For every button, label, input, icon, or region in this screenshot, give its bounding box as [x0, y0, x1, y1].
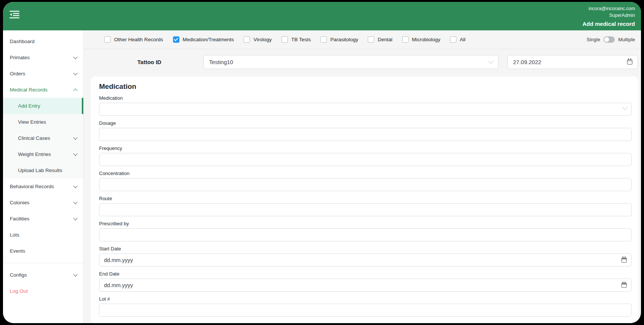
record-type-filter-bar: Other Health Records Medication/Treatmen…: [84, 30, 641, 49]
section-title: Medication: [99, 82, 632, 91]
sidebar-item-log-out[interactable]: Log Out: [3, 283, 83, 299]
sidebar-item-label: Log Out: [10, 288, 28, 294]
sidebar-item-primates[interactable]: Primates: [3, 49, 83, 66]
field-label: Prescribed by: [99, 221, 632, 226]
checkbox-icon: [104, 36, 111, 43]
checkbox-microbiology[interactable]: Microbiology: [402, 36, 441, 43]
medication-input[interactable]: [99, 103, 632, 116]
sidebar-item-facilities[interactable]: Facilities: [3, 211, 83, 227]
single-multiple-switch[interactable]: [603, 36, 615, 43]
sidebar-item-label: Clinical Cases: [18, 135, 50, 141]
field-label: Dosage: [99, 120, 632, 126]
app-window: incora@incorainc.com SuperAdmin Add medi…: [3, 2, 641, 323]
checkbox-label: All: [460, 37, 465, 42]
end-date-input[interactable]: [99, 279, 632, 292]
top-header: incora@incorainc.com SuperAdmin Add medi…: [3, 2, 641, 30]
route-input[interactable]: [99, 203, 632, 216]
checkbox-medication-treatments[interactable]: Medication/Treatments: [173, 36, 234, 43]
chevron-down-icon: [73, 216, 77, 220]
checkbox-label: TB Tests: [291, 37, 311, 42]
checkbox-label: Microbiology: [412, 37, 441, 42]
prescribed-by-input[interactable]: [99, 228, 632, 241]
form-field-prescribed-by: Prescribed by: [99, 221, 632, 241]
chevron-up-icon: [73, 88, 77, 93]
header-user-block: incora@incorainc.com SuperAdmin Add medi…: [582, 2, 641, 28]
toggle-left-label: Single: [587, 37, 600, 42]
chevron-down-icon: [73, 135, 77, 139]
chevron-down-icon: [73, 200, 77, 204]
page-title: Add medical record: [582, 19, 635, 28]
tattoo-id-label: Tattoo ID: [104, 59, 194, 65]
field-label: Frequency: [99, 145, 632, 151]
checkbox-virology[interactable]: Virology: [244, 36, 272, 43]
sidebar-item-weight-entries[interactable]: Weight Entries: [3, 146, 83, 162]
sidebar-item-label: Behavioral Records: [10, 184, 54, 189]
sidebar-item-lots[interactable]: Lots: [3, 227, 83, 243]
checkbox-tb-tests[interactable]: TB Tests: [281, 36, 311, 43]
field-label: End Date: [99, 271, 632, 277]
frequency-input[interactable]: [99, 153, 632, 166]
form-field-medication: Medication: [99, 95, 632, 116]
toggle-right-label: Multiple: [618, 37, 635, 42]
field-label: Route: [99, 196, 632, 201]
sidebar-item-label: Events: [10, 248, 25, 254]
record-type-checkbox-list: Other Health Records Medication/Treatmen…: [104, 36, 465, 43]
sidebar-item-add-entry[interactable]: Add Entry: [3, 98, 83, 114]
sidebar-item-medical-records[interactable]: Medical Records: [3, 82, 83, 98]
concentration-input[interactable]: [99, 178, 632, 191]
switch-knob: [604, 37, 609, 42]
sidebar-item-label: Dashboard: [10, 39, 35, 44]
sidebar-item-label: Upload Lab Results: [18, 168, 62, 173]
form-field-start-date: Start Date: [99, 246, 632, 267]
checkbox-label: Parasitology: [330, 37, 358, 42]
sidebar-item-behavioral-records[interactable]: Behavioral Records: [3, 178, 83, 195]
checkbox-icon: [173, 36, 179, 43]
checkbox-parasitology[interactable]: Parasitology: [320, 36, 358, 43]
field-label: Lot #: [99, 296, 632, 302]
lot-input[interactable]: [99, 304, 632, 317]
form-field-lot: Lot #: [99, 296, 632, 317]
checkbox-label: Virology: [253, 37, 272, 42]
user-email: incora@incorainc.com: [582, 5, 635, 12]
main-content: Other Health Records Medication/Treatmen…: [84, 30, 641, 323]
sidebar-item-events[interactable]: Events: [3, 243, 83, 259]
start-date-input[interactable]: [99, 253, 632, 267]
checkbox-dental[interactable]: Dental: [368, 36, 392, 43]
sidebar-item-label: Lots: [10, 232, 20, 238]
field-label: Medication: [99, 95, 632, 101]
dosage-input[interactable]: [99, 128, 632, 141]
sidebar-item-label: Colonies: [10, 200, 30, 205]
chevron-down-icon: [488, 58, 494, 64]
record-header-row: Tattoo ID Testing10 27.09.2022: [84, 49, 641, 69]
field-label: Start Date: [99, 246, 632, 252]
sidebar-item-view-entries[interactable]: View Entries: [3, 114, 83, 130]
sidebar-item-label: Add Entry: [18, 103, 40, 109]
form-field-concentration: Concentration: [99, 171, 632, 191]
user-role: SuperAdmin: [582, 12, 635, 19]
calendar-icon: [627, 60, 632, 64]
tattoo-id-select[interactable]: Testing10: [203, 55, 498, 69]
sidebar-item-clinical-cases[interactable]: Clinical Cases: [3, 130, 83, 146]
sidebar-item-configs[interactable]: Configs: [3, 267, 83, 283]
sidebar-item-label: View Entries: [18, 119, 46, 125]
checkbox-label: Other Health Records: [114, 37, 163, 42]
form-fields: Medication Dosage Frequency Concentratio…: [99, 95, 632, 317]
checkbox-icon: [402, 36, 409, 43]
record-date-input[interactable]: 27.09.2022: [507, 55, 638, 69]
sidebar-nav: Dashboard Primates Orders Medical Record…: [3, 30, 84, 323]
field-label: Concentration: [99, 171, 632, 176]
sidebar-item-dashboard[interactable]: Dashboard: [3, 33, 83, 49]
sidebar-item-upload-lab-results[interactable]: Upload Lab Results: [3, 162, 83, 178]
menu-fold-icon[interactable]: [9, 10, 20, 19]
checkbox-icon: [244, 36, 250, 43]
checkbox-other-health-records[interactable]: Other Health Records: [104, 36, 163, 43]
sidebar-item-colonies[interactable]: Colonies: [3, 195, 83, 211]
chevron-down-icon: [73, 272, 77, 276]
chevron-down-icon: [73, 151, 77, 156]
sidebar-item-label: Weight Entries: [18, 151, 51, 157]
checkbox-all[interactable]: All: [450, 36, 465, 43]
chevron-down-icon: [73, 184, 77, 188]
sidebar-item-orders[interactable]: Orders: [3, 66, 83, 82]
form-field-dosage: Dosage: [99, 120, 632, 141]
sidebar-item-label: Orders: [10, 71, 25, 76]
